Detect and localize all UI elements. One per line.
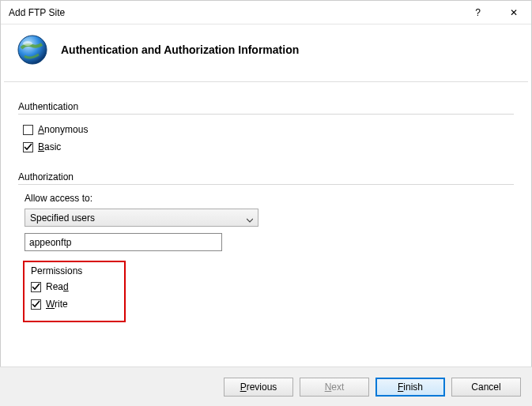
- write-label: Write: [46, 299, 68, 310]
- authentication-group: Authentication Anonymous Basic: [18, 101, 514, 154]
- close-button[interactable]: ✕: [496, 1, 531, 24]
- allow-access-label: Allow access to:: [25, 193, 514, 204]
- read-checkbox[interactable]: [31, 282, 41, 292]
- authorization-legend: Authorization: [18, 171, 514, 182]
- basic-checkbox-row[interactable]: Basic: [23, 140, 514, 154]
- specified-users-input[interactable]: appeonftp: [25, 233, 222, 251]
- write-checkbox-row[interactable]: Write: [31, 297, 118, 311]
- wizard-header: Authentication and Authorization Informa…: [1, 24, 531, 81]
- basic-checkbox[interactable]: [23, 142, 33, 152]
- content-area: Authentication Anonymous Basic Authoriza…: [1, 82, 531, 322]
- permissions-group: Permissions Read Write: [23, 261, 126, 322]
- allow-access-dropdown[interactable]: Specified users: [25, 209, 258, 227]
- help-button[interactable]: ?: [460, 1, 496, 24]
- wizard-footer: Previous Next Finish Cancel: [0, 367, 532, 406]
- titlebar: Add FTP Site ? ✕: [1, 1, 531, 24]
- svg-point-1: [23, 41, 32, 46]
- cancel-button[interactable]: Cancel: [451, 378, 521, 397]
- basic-label: Basic: [38, 141, 61, 152]
- page-title: Authentication and Authorization Informa…: [61, 43, 299, 56]
- finish-button[interactable]: Finish: [375, 378, 445, 397]
- specified-users-value: appeonftp: [29, 237, 71, 248]
- previous-button[interactable]: Previous: [224, 378, 293, 397]
- write-checkbox[interactable]: [31, 299, 41, 310]
- svg-point-0: [18, 36, 47, 64]
- globe-icon: [15, 32, 50, 67]
- read-checkbox-row[interactable]: Read: [31, 280, 118, 294]
- help-icon: ?: [475, 7, 481, 18]
- authentication-legend: Authentication: [18, 101, 514, 112]
- permissions-legend: Permissions: [31, 265, 118, 276]
- anonymous-label: Anonymous: [38, 124, 88, 135]
- authorization-group: Authorization Allow access to: Specified…: [18, 171, 514, 322]
- dropdown-value: Specified users: [30, 212, 95, 224]
- read-label: Read: [46, 281, 69, 292]
- chevron-down-icon: [247, 215, 253, 221]
- anonymous-checkbox-row[interactable]: Anonymous: [23, 122, 514, 137]
- next-button: Next: [300, 378, 369, 397]
- group-separator: [18, 184, 514, 185]
- anonymous-checkbox[interactable]: [23, 125, 33, 135]
- window-title: Add FTP Site: [9, 7, 460, 18]
- close-icon: ✕: [510, 7, 518, 18]
- group-separator: [18, 114, 514, 115]
